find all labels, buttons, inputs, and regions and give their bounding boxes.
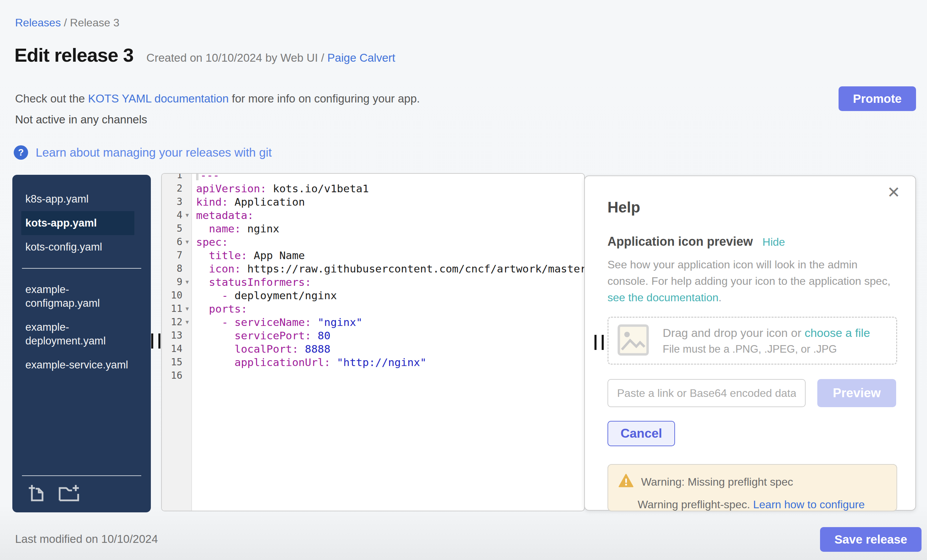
code-text[interactable]: icon: https://raw.githubusercontent.com/…: [192, 263, 584, 275]
choose-file-link[interactable]: choose a file: [805, 326, 870, 339]
file-sidebar: k8s-app.yamlkots-app.yamlkots-config.yam…: [12, 175, 151, 512]
help-title: Help: [608, 199, 896, 216]
code-line-1[interactable]: 1---: [162, 173, 584, 182]
line-number: 9▾: [162, 276, 192, 288]
file-list-bottom: example-configmap.yamlexample-deployment…: [12, 278, 151, 377]
code-text[interactable]: metadata:: [192, 209, 584, 222]
see-documentation-link[interactable]: see the documentation: [608, 291, 719, 304]
code-text[interactable]: kind: Application: [192, 196, 584, 208]
code-line-5[interactable]: 5 name: nginx: [162, 222, 584, 235]
code-text[interactable]: apiVersion: kots.io/v1beta1: [192, 182, 584, 195]
doc-text: Check out the KOTS YAML documentation fo…: [15, 92, 420, 105]
fold-arrow-icon[interactable]: ▾: [182, 305, 192, 313]
code-line-8[interactable]: 8 icon: https://raw.githubusercontent.co…: [162, 262, 584, 275]
icon-dropzone[interactable]: Drag and drop your icon or choose a file…: [608, 317, 897, 365]
code-text[interactable]: - deployment/nginx: [192, 289, 584, 302]
breadcrumb: Releases / Release 3: [15, 17, 119, 29]
code-text[interactable]: name: nginx: [192, 222, 584, 235]
image-placeholder-icon: [617, 324, 649, 357]
code-text[interactable]: ---: [192, 173, 584, 181]
code-line-2[interactable]: 2apiVersion: kots.io/v1beta1: [162, 182, 584, 195]
warning-detail-text: Warning preflight-spec.: [638, 498, 753, 511]
line-number: 3: [162, 196, 192, 207]
code-line-16[interactable]: 16: [162, 369, 584, 382]
sidebar-file-kots-app.yaml[interactable]: kots-app.yaml: [21, 211, 134, 235]
kots-doc-link[interactable]: KOTS YAML documentation: [88, 92, 229, 105]
sidebar-file-kots-config.yaml[interactable]: kots-config.yaml: [21, 235, 134, 259]
git-help-label: Learn about managing your releases with …: [36, 146, 272, 159]
code-text[interactable]: applicationUrl: "http://nginx": [192, 356, 584, 369]
line-number: 1: [162, 173, 192, 181]
sidebar-file-example-deployment.yaml[interactable]: example-deployment.yaml: [21, 315, 134, 353]
code-line-13[interactable]: 13 servicePort: 80: [162, 329, 584, 342]
dropzone-text: Drag and drop your icon or choose a file: [663, 326, 870, 340]
page-title: Edit release 3: [14, 44, 133, 66]
preflight-warning-box: Warning: Missing preflight spec Warning …: [608, 464, 897, 511]
learn-configure-link[interactable]: Learn how to configure: [753, 498, 865, 511]
last-modified: Last modified on 10/10/2024: [15, 533, 158, 546]
code-line-6[interactable]: 6▾spec:: [162, 235, 584, 249]
code-line-12[interactable]: 12▾ - serviceName: "nginx": [162, 315, 584, 329]
line-number: 15: [162, 357, 192, 368]
title-row: Edit release 3 Created on 10/10/2024 by …: [14, 44, 395, 66]
doc-row: Check out the KOTS YAML documentation fo…: [15, 87, 916, 111]
git-help-link[interactable]: ? Learn about managing your releases wit…: [14, 145, 272, 160]
fold-arrow-icon[interactable]: ▾: [182, 238, 192, 246]
code-text[interactable]: localPort: 8888: [192, 343, 584, 355]
code-line-15[interactable]: 15 applicationUrl: "http://nginx": [162, 355, 584, 369]
help-panel: ✕ Help Application icon preview Hide See…: [584, 176, 916, 511]
save-release-button[interactable]: Save release: [820, 527, 921, 552]
hide-link[interactable]: Hide: [763, 236, 785, 249]
fold-arrow-icon[interactable]: ▾: [182, 278, 192, 286]
main-area: k8s-app.yamlkots-app.yamlkots-config.yam…: [0, 173, 927, 514]
cancel-button[interactable]: Cancel: [608, 421, 675, 446]
code-text[interactable]: - serviceName: "nginx": [192, 316, 584, 328]
icon-url-input[interactable]: [608, 379, 805, 407]
sidebar-bottom: [12, 466, 151, 512]
code-line-3[interactable]: 3kind: Application: [162, 195, 584, 208]
release-editor-screen: Releases / Release 3 Edit release 3 Crea…: [0, 0, 927, 560]
editor-code[interactable]: 1---2apiVersion: kots.io/v1beta13kind: A…: [162, 173, 584, 382]
line-number: 8: [162, 263, 192, 274]
add-file-icon[interactable]: [27, 484, 46, 502]
code-line-9[interactable]: 9▾ statusInformers:: [162, 275, 584, 288]
preview-button[interactable]: Preview: [817, 379, 896, 407]
channel-status: Not active in any channels: [15, 113, 147, 126]
promote-button[interactable]: Promote: [839, 87, 916, 111]
sidebar-resize-handle[interactable]: [151, 334, 160, 349]
text-cursor: [196, 173, 199, 180]
warning-text: Warning: Missing preflight spec: [641, 476, 793, 489]
code-line-11[interactable]: 11▾ ports:: [162, 302, 584, 315]
code-line-7[interactable]: 7 title: App Name: [162, 249, 584, 262]
sidebar-file-k8s-app.yaml[interactable]: k8s-app.yaml: [21, 187, 134, 211]
code-line-14[interactable]: 14 localPort: 8888: [162, 342, 584, 355]
doc-prefix: Check out the: [15, 92, 88, 105]
warning-detail: Warning preflight-spec. Learn how to con…: [638, 498, 886, 511]
sidebar-file-example-service.yaml[interactable]: example-service.yaml: [21, 353, 134, 377]
code-line-10[interactable]: 10 - deployment/nginx: [162, 288, 584, 302]
line-number: 4▾: [162, 209, 192, 221]
line-number: 6▾: [162, 236, 192, 247]
breadcrumb-releases-link[interactable]: Releases: [15, 17, 61, 29]
code-text[interactable]: statusInformers:: [192, 276, 584, 288]
fold-arrow-icon[interactable]: ▾: [182, 318, 192, 326]
code-text[interactable]: ports:: [192, 303, 584, 315]
line-number: 14: [162, 343, 192, 354]
add-folder-icon[interactable]: [58, 484, 79, 502]
code-text[interactable]: servicePort: 80: [192, 329, 584, 342]
code-line-4[interactable]: 4▾metadata:: [162, 208, 584, 222]
created-by-link[interactable]: Paige Calvert: [327, 52, 395, 64]
description-text: See how your application icon will look …: [608, 258, 890, 287]
line-number: 2: [162, 183, 192, 194]
yaml-editor[interactable]: 1---2apiVersion: kots.io/v1beta13kind: A…: [161, 173, 585, 511]
sidebar-divider: [22, 268, 141, 269]
help-resize-handle[interactable]: [594, 335, 604, 350]
created-prefix: Created on 10/10/2024 by Web UI /: [146, 52, 327, 64]
icon-preview-title: Application icon preview: [608, 234, 753, 249]
fold-arrow-icon[interactable]: ▾: [182, 211, 192, 219]
sidebar-file-example-configmap.yaml[interactable]: example-configmap.yaml: [21, 278, 134, 315]
code-text[interactable]: title: App Name: [192, 249, 584, 261]
line-number: 16: [162, 370, 192, 381]
close-icon[interactable]: ✕: [887, 184, 900, 200]
code-text[interactable]: spec:: [192, 236, 584, 248]
